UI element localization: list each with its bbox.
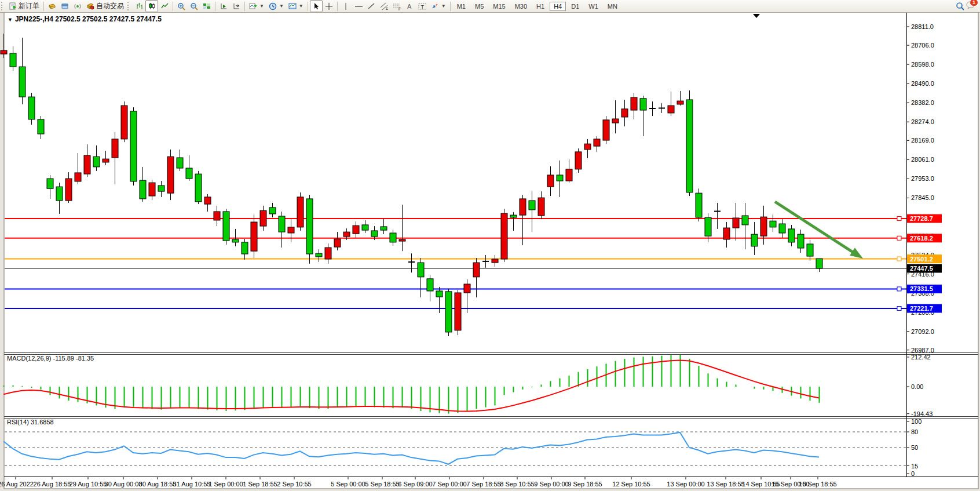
channel-tool-button[interactable]: E	[378, 0, 390, 12]
arrows-tool-button[interactable]: ▼	[429, 0, 448, 12]
signals-button[interactable]	[71, 0, 84, 12]
timeframe-button-d1[interactable]: D1	[567, 2, 583, 11]
time-axis-label: 2 Sep 10:55	[277, 481, 311, 488]
candle-body	[464, 284, 470, 293]
svg-text:T: T	[420, 3, 424, 9]
time-axis-label: 9 Sep 18:55	[568, 481, 602, 488]
time-axis-label: 7 Sep 18:55	[466, 481, 500, 488]
candle-body	[103, 159, 109, 162]
bar-chart-button[interactable]	[133, 0, 145, 12]
candle-body	[696, 193, 702, 217]
price-axis-tick-label: 27845.0	[911, 194, 934, 201]
timeframe-button-m5[interactable]: M5	[471, 2, 488, 11]
indicators-button[interactable]: ▼	[247, 0, 266, 12]
chart-title: ▼JPN225-,H4 27502.5 27502.5 27427.5 2744…	[8, 15, 162, 23]
toolbar-separator	[215, 2, 215, 11]
chat-button[interactable]: 1	[966, 1, 974, 12]
candle-body	[594, 139, 600, 146]
chart-area[interactable]: 28811.028706.028598.028490.028382.028274…	[0, 12, 980, 491]
price-axis-tick-label: 28811.0	[911, 23, 934, 30]
text-label-tool-button[interactable]: T	[416, 0, 429, 12]
zoom-out-icon	[190, 2, 198, 10]
text-label-icon: T	[418, 2, 426, 10]
price-tag-label: 27221.7	[910, 305, 933, 312]
candlestick-chart-icon	[148, 2, 156, 10]
templates-icon	[288, 2, 297, 10]
chart-shift-button[interactable]	[230, 0, 243, 12]
candle-body	[343, 232, 350, 237]
time-axis-label: 30 Aug 00:00	[105, 481, 142, 488]
time-axis-label: 12 Sep 10:55	[612, 481, 650, 488]
auto-scroll-button[interactable]	[217, 0, 230, 12]
candle-body	[279, 216, 285, 232]
level-line-handle[interactable]	[897, 307, 901, 311]
level-line-handle[interactable]	[897, 287, 901, 291]
candle-body	[251, 222, 257, 251]
level-line-handle[interactable]	[897, 236, 901, 240]
vertical-line-tool-button[interactable]	[339, 0, 352, 12]
candle-body	[529, 201, 535, 210]
fibonacci-tool-button[interactable]: F	[390, 0, 403, 12]
candlestick-chart-button[interactable]	[145, 0, 158, 12]
chart-canvas[interactable]: 28811.028706.028598.028490.028382.028274…	[0, 12, 980, 491]
zoom-in-button[interactable]	[175, 0, 188, 12]
price-axis-tick-label: 28169.0	[911, 137, 934, 144]
level-line-handle[interactable]	[897, 216, 901, 220]
auto-trading-button[interactable]: 自动交易	[84, 0, 126, 12]
new-order-icon	[9, 2, 17, 10]
timeframe-button-m15[interactable]: M15	[489, 2, 509, 11]
collapse-ohlc-icon[interactable]: ▼	[8, 17, 13, 23]
text-tool-button[interactable]: A	[403, 0, 416, 12]
periods-button[interactable]: ▼	[266, 0, 286, 12]
market-watch-button[interactable]	[46, 0, 58, 12]
timeframe-button-h4[interactable]: H4	[550, 2, 566, 11]
timeframe-button-m30[interactable]: M30	[511, 2, 531, 11]
candle-body	[520, 199, 526, 215]
templates-button[interactable]: ▼	[286, 0, 306, 12]
candle-body	[242, 242, 248, 254]
candle-body	[130, 111, 137, 181]
level-line-handle[interactable]	[897, 257, 901, 261]
candle-body	[140, 180, 146, 199]
rsi-axis-tick-label: 50	[911, 444, 918, 451]
candle-body	[631, 97, 637, 110]
candle-body	[399, 239, 405, 241]
search-icon	[956, 2, 964, 10]
price-tag-label: 27728.7	[910, 215, 933, 222]
timeframe-button-mn[interactable]: MN	[604, 2, 621, 11]
price-axis-tick-label: 28490.0	[911, 80, 934, 87]
candle-body	[316, 253, 322, 257]
timeframe-button-m1[interactable]: M1	[453, 2, 470, 11]
new-order-button[interactable]: 新订单	[6, 0, 42, 12]
toolbar-separator	[308, 2, 308, 11]
candle-body	[186, 168, 192, 179]
crosshair-icon	[325, 2, 333, 10]
timeframe-button-w1[interactable]: W1	[584, 2, 602, 11]
candle-body	[112, 139, 118, 158]
candle-body	[121, 106, 127, 139]
arrow-objects-icon	[431, 2, 439, 10]
time-axis-label: 29 Aug 10:55	[70, 481, 107, 488]
zoom-out-button[interactable]	[188, 0, 200, 12]
price-tag-label: 27618.2	[910, 235, 933, 242]
candle-body	[557, 175, 563, 181]
line-chart-button[interactable]	[158, 0, 171, 12]
candle-body	[93, 157, 100, 167]
trendline-tool-button[interactable]	[365, 0, 378, 12]
horizontal-line-icon	[354, 2, 363, 10]
equidistant-channel-icon: E	[380, 2, 388, 10]
cursor-tool-button[interactable]	[310, 0, 323, 12]
tile-windows-button[interactable]	[200, 0, 213, 12]
candle-body	[214, 212, 220, 220]
data-window-button[interactable]	[58, 0, 71, 12]
candle-body	[371, 231, 378, 237]
timeframe-button-h1[interactable]: H1	[532, 2, 548, 11]
crosshair-tool-button[interactable]	[323, 0, 335, 12]
candle-body	[770, 221, 776, 227]
time-axis-label: 6 Sep 09:00	[398, 481, 432, 488]
candle-body	[473, 263, 480, 277]
tile-windows-icon	[203, 2, 211, 10]
horizontal-line-tool-button[interactable]	[352, 0, 365, 12]
search-button[interactable]	[953, 0, 966, 12]
new-order-label: 新订单	[19, 1, 39, 11]
